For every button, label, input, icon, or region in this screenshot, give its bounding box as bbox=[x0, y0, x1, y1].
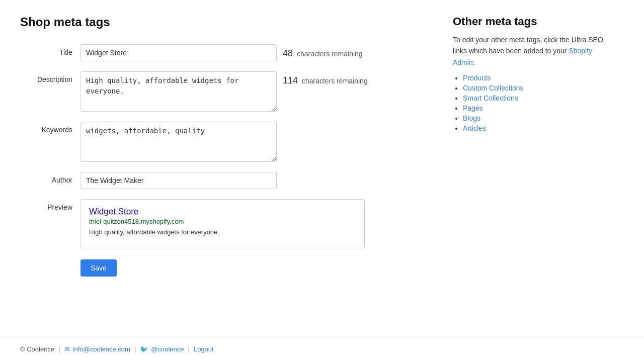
description-chars-label: characters remaining bbox=[302, 77, 368, 85]
description-chars-remaining: 114 characters remaining bbox=[283, 71, 368, 86]
title-field-wrapper: 48 characters remaining bbox=[80, 44, 433, 61]
keywords-field-wrapper: widgets, affordable, quality bbox=[80, 122, 433, 162]
other-meta-link-custom-collections[interactable]: Custom Collections bbox=[463, 84, 524, 92]
author-field-wrapper bbox=[80, 172, 433, 189]
footer-twitter-link[interactable]: @coolence bbox=[151, 345, 184, 353]
other-meta-description: To edit your other meta tags, click the … bbox=[453, 34, 614, 68]
author-row: Author bbox=[20, 172, 433, 189]
other-meta-list-item: Pages bbox=[463, 104, 614, 112]
preview-box: Widget Store thiel-quitzon4518.myshopify… bbox=[80, 199, 365, 249]
other-meta-list: ProductsCustom CollectionsSmart Collecti… bbox=[453, 74, 614, 132]
footer-divider-3: | bbox=[188, 345, 190, 353]
preview-row: Preview Widget Store thiel-quitzon4518.m… bbox=[20, 199, 433, 249]
description-input[interactable]: High quality, affordable widgets for eve… bbox=[80, 71, 277, 112]
title-chars-label: characters remaining bbox=[297, 50, 363, 58]
title-input[interactable] bbox=[80, 44, 277, 61]
other-meta-list-item: Articles bbox=[463, 124, 614, 132]
keywords-input[interactable]: widgets, affordable, quality bbox=[80, 122, 277, 162]
preview-label: Preview bbox=[20, 199, 80, 211]
save-row: Save bbox=[20, 259, 433, 277]
other-meta-title: Other meta tags bbox=[453, 15, 614, 28]
other-meta-link-products[interactable]: Products bbox=[463, 74, 491, 82]
email-icon: ✉ bbox=[64, 345, 70, 353]
page-title: Shop meta tags bbox=[20, 15, 433, 29]
left-panel: Shop meta tags Title 48 characters remai… bbox=[20, 15, 433, 316]
other-meta-list-item: Smart Collections bbox=[463, 94, 614, 102]
footer-divider-2: | bbox=[134, 345, 136, 353]
description-row: Description High quality, affordable wid… bbox=[20, 71, 433, 112]
other-meta-link-articles[interactable]: Articles bbox=[463, 124, 486, 132]
other-meta-link-smart-collections[interactable]: Smart Collections bbox=[463, 94, 518, 102]
description-chars-count: 114 bbox=[283, 75, 298, 85]
footer-logout-link[interactable]: Logout bbox=[194, 345, 214, 353]
other-meta-list-item: Custom Collections bbox=[463, 84, 614, 92]
other-meta-list-item: Blogs bbox=[463, 114, 614, 122]
author-label: Author bbox=[20, 172, 80, 184]
description-field-wrapper: High quality, affordable widgets for eve… bbox=[80, 71, 433, 112]
title-row: Title 48 characters remaining bbox=[20, 44, 433, 61]
footer-divider-1: | bbox=[58, 345, 60, 353]
keywords-label: Keywords bbox=[20, 122, 80, 134]
preview-title-link[interactable]: Widget Store bbox=[89, 207, 356, 217]
title-chars-remaining: 48 characters remaining bbox=[283, 44, 363, 59]
other-meta-list-item: Products bbox=[463, 74, 614, 82]
footer-email-link[interactable]: info@coolence.com bbox=[73, 345, 130, 353]
keywords-row: Keywords widgets, affordable, quality bbox=[20, 122, 433, 162]
save-button[interactable]: Save bbox=[80, 259, 117, 277]
twitter-icon: 🐦 bbox=[140, 345, 148, 353]
preview-description: High quality, affordable widgets for eve… bbox=[89, 228, 219, 236]
footer: © Coolence | ✉ info@coolence.com | 🐦 @co… bbox=[0, 336, 644, 362]
title-label: Title bbox=[20, 44, 80, 56]
description-label: Description bbox=[20, 71, 80, 83]
right-panel: Other meta tags To edit your other meta … bbox=[453, 15, 614, 316]
author-input[interactable] bbox=[80, 172, 277, 189]
preview-field-wrapper: Widget Store thiel-quitzon4518.myshopify… bbox=[80, 199, 433, 249]
title-chars-count: 48 bbox=[283, 48, 293, 58]
footer-copyright: © Coolence bbox=[20, 345, 54, 353]
other-meta-link-pages[interactable]: Pages bbox=[463, 104, 483, 112]
preview-url: thiel-quitzon4518.myshopify.com bbox=[89, 218, 356, 225]
other-meta-link-blogs[interactable]: Blogs bbox=[463, 114, 480, 122]
